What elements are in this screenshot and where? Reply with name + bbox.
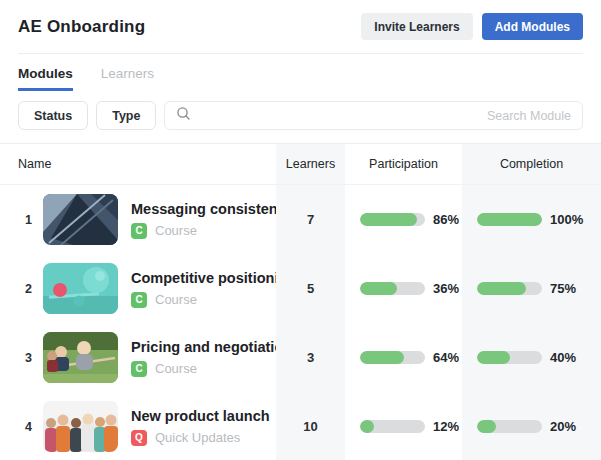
participation-percent: 86% [433,212,459,227]
row-number: 4 [21,420,36,434]
completion-percent: 20% [550,419,576,434]
learners-count: 5 [276,254,345,323]
page-header: AE Onboarding Invite Learners Add Module… [0,0,601,40]
column-header-name: Name [18,144,276,184]
completion-percent: 40% [550,350,576,365]
type-filter-button[interactable]: Type [96,101,156,130]
module-type-label: Course [155,361,197,376]
table-row[interactable]: 4 New product launch Q Quick Updates [0,392,601,460]
participation-progress-bar [360,420,425,433]
column-header-completion: Completion [462,144,601,184]
table-header-row: Name Learners Participation Completion [0,144,601,185]
module-thumbnail-skyscraper [43,194,118,245]
filter-bar: Status Type [0,101,601,130]
completion-progress-bar [477,420,542,433]
module-type-badge: C [131,223,147,239]
module-thumbnail-spheres [43,263,118,314]
module-type-label: Course [155,292,197,307]
row-number: 3 [21,351,36,365]
module-type-label: Course [155,223,197,238]
module-type-badge: C [131,361,147,377]
module-title: New product launch [131,408,270,424]
column-header-learners: Learners [276,144,345,184]
module-title: Pricing and negotiation [131,339,276,355]
participation-percent: 64% [433,350,459,365]
table-row[interactable]: 1 Messaging consistency C Course [0,185,601,254]
participation-percent: 12% [433,419,459,434]
participation-percent: 36% [433,281,459,296]
module-type-badge: Q [131,430,147,446]
column-header-participation: Participation [345,144,462,184]
tab-learners[interactable]: Learners [101,66,154,91]
completion-progress-bar [477,213,542,226]
header-actions: Invite Learners Add Modules [361,13,583,40]
learners-count: 7 [276,185,345,254]
header-divider [18,53,583,54]
row-number: 2 [21,282,36,296]
table-row[interactable]: 3 Pricing and negotiation [0,323,601,392]
completion-percent: 100% [550,212,583,227]
search-box[interactable] [164,101,583,130]
participation-progress-bar [360,351,425,364]
completion-progress-bar [477,282,542,295]
completion-percent: 75% [550,281,576,296]
invite-learners-button[interactable]: Invite Learners [361,13,472,40]
modules-table: Name Learners Participation Completion 1… [0,143,601,460]
module-type-label: Quick Updates [155,430,240,445]
table-row[interactable]: 2 Competitive positioning C Course [0,254,601,323]
participation-progress-bar [360,213,425,226]
module-type-badge: C [131,292,147,308]
module-title: Messaging consistency [131,201,276,217]
search-icon [176,106,191,125]
module-thumbnail-tug-of-war [43,332,118,383]
learners-count: 3 [276,323,345,392]
module-thumbnail-team-photo [43,401,118,452]
tab-bar: Modules Learners [0,66,601,91]
tab-modules[interactable]: Modules [18,66,73,91]
add-modules-button[interactable]: Add Modules [482,13,583,40]
completion-progress-bar [477,351,542,364]
module-title: Competitive positioning [131,270,276,286]
page-title: AE Onboarding [18,17,145,37]
learners-count: 10 [276,392,345,460]
participation-progress-bar [360,282,425,295]
status-filter-button[interactable]: Status [18,101,88,130]
search-module-input[interactable] [191,109,571,123]
row-number: 1 [21,213,36,227]
